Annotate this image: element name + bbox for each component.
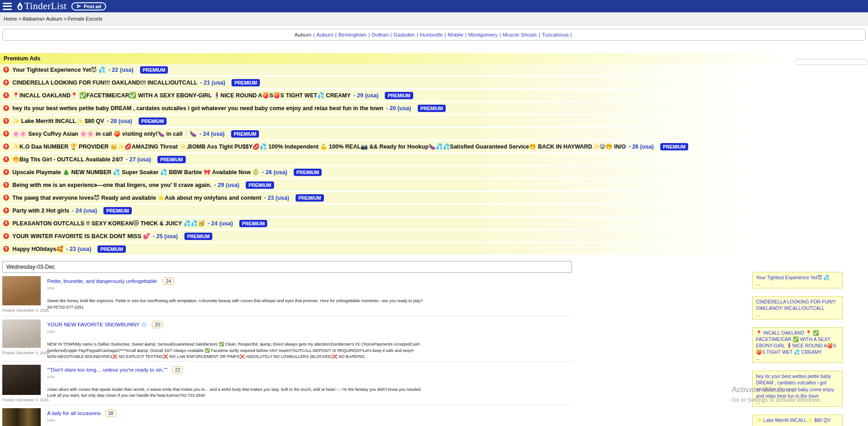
up-arrow-icon: ⬆ [3, 144, 9, 149]
breadcrumb-item[interactable]: Auburn > [46, 16, 67, 21]
listing-description: Sweet like honey, bold like espresso. Pe… [47, 298, 423, 304]
city-link[interactable]: Birmingham [339, 32, 367, 37]
listing-contact: SKYE702-577-2251 [47, 304, 423, 311]
premium-badge: PREMIUM [296, 194, 324, 202]
premium-ads-title: Premium Ads [0, 53, 868, 64]
listing-title-line: "“Don't stare too long… unless you're re… [47, 366, 425, 373]
post-ad-button[interactable]: Post ad [71, 2, 106, 11]
premium-ad-title[interactable]: Happy HOlidays🥰 [12, 245, 63, 252]
listing-photo[interactable] [2, 365, 41, 395]
listing-title-link[interactable]: "“Don't stare too long… unless you're re… [47, 367, 167, 373]
premium-ad-row[interactable]: ⬆ hey its your best wettes petite baby D… [0, 102, 868, 114]
listing-thumb-column: Posted: December 3, 2025 [2, 365, 42, 404]
sidebar-ad-card[interactable]: 📍 INCALL OAKLAND 📍 ✅ FACETIME/CAR ✅ WITH… [752, 327, 843, 363]
sidebar-ad-card[interactable]: Your Tightest Experience Yet😈 💦 ... [752, 272, 843, 288]
up-arrow-icon: ⬆ [3, 233, 9, 239]
sidebar-ad-title[interactable]: 📍 INCALL OAKLAND 📍 ✅ FACETIME/CAR ✅ WITH… [756, 330, 839, 356]
premium-ad-row[interactable]: ⬆ YOUR WINTER FAVORITE IS BACK DONT MISS… [0, 230, 868, 242]
city-link[interactable]: Muscle Shoals [502, 32, 537, 37]
premium-ad-title[interactable]: YOUR WINTER FAVORITE IS BACK DONT MISS 💕 [12, 233, 150, 240]
listing-title-link[interactable]: YOUR NEW FAVORITE SNOWBUNNY ❄️ [47, 321, 147, 328]
premium-ad-row[interactable]: ⬆ 🤭Big Tits Girl - OUTCALL Available 24/… [0, 154, 868, 165]
up-arrow-icon: ⬆ [3, 220, 9, 226]
premium-badge: PREMIUM [418, 105, 446, 112]
premium-ad-title[interactable]: Party with 2 Hot girls [12, 208, 69, 214]
age-badge: 24 [163, 277, 174, 285]
listing-description: Asian allure with curves that speak loud… [47, 387, 425, 399]
premium-ad-row[interactable]: ⬆ CINDERELLA LOOKING FOR FUN!!! OAKLAND!… [0, 77, 868, 88]
sidebar-ad-card[interactable]: ✨ Lake Merritt INCALL✨ $80 QV ... [752, 415, 843, 426]
premium-ad-row[interactable]: ⬆ 📍INCALL OAKLAND📍 ✅FACETIME/CAR✅ WITH A… [0, 90, 868, 101]
premium-ad-age: - 27 (usa) [126, 156, 151, 163]
listing-title-line: A lady for all occasions 38 [47, 410, 116, 417]
premium-ad-title[interactable]: 📍INCALL OAKLAND📍 ✅FACETIME/CAR✅ WITH A S… [12, 92, 350, 99]
premium-ad-title[interactable]: hey its your best wettes petite baby DRE… [12, 105, 383, 112]
listing-photo[interactable] [2, 320, 41, 348]
city-link[interactable]: Tuscaloosa [542, 32, 568, 37]
premium-ads-section: Premium Ads ⬆ Your Tightest Experience Y… [0, 53, 868, 255]
site-logo[interactable]: TinderList [16, 0, 67, 12]
city-link[interactable]: Gadsden [394, 32, 415, 37]
premium-ad-row[interactable]: ⬆ Being with me is an experience—one tha… [0, 179, 868, 191]
breadcrumb-item[interactable]: Female Escorts [68, 16, 102, 21]
premium-ad-title[interactable]: The pawg that everyone loves😈 Ready and … [12, 194, 261, 201]
sidebar-ad-more: ... [756, 423, 839, 426]
city-link[interactable]: Mobile [448, 32, 464, 37]
listing-row: Posted: December 3, 2025 A lady for all … [2, 405, 572, 426]
premium-ad-age: - 29 (usa) [214, 182, 239, 188]
premium-ad-row[interactable]: ⬆ Upscale Playmate 🎄 NEW NUMBER 💦 Super … [0, 166, 868, 178]
sidebar-ad-title[interactable]: Your Tightest Experience Yet😈 💦 [756, 274, 839, 281]
city-nav-entry: Montgomery| [468, 32, 502, 37]
posted-date: Posted: December 3, 2025 [2, 308, 42, 313]
listing-title-link[interactable]: A lady for all occasions [47, 410, 101, 416]
premium-ad-title[interactable]: Being with me is an experience—one that … [12, 182, 211, 188]
premium-ad-row[interactable]: ⬆ Happy HOlidays🥰 - 23 (usa) PREMIUM [0, 243, 868, 255]
city-link[interactable]: Montgomery [468, 32, 497, 37]
sidebar-ad-more: ... [756, 399, 839, 405]
sidebar-ad-card[interactable]: hey its your best wettes petite baby DRE… [752, 371, 843, 407]
menu-icon[interactable] [3, 3, 12, 10]
premium-ads-list: ⬆ Your Tightest Experience Yet😈 💦 - 22 (… [0, 64, 868, 255]
premium-badge: PREMIUM [660, 143, 689, 150]
premium-badge: PREMIUM [157, 156, 186, 163]
premium-ad-row[interactable]: ⬆ ✨K.O Daa NUMBER 🏆 PROVIDER 👑✨💋AMAZING … [0, 141, 868, 152]
city-link[interactable]: Huntsville [420, 32, 443, 37]
premium-ad-title[interactable]: CINDERELLA LOOKING FOR FUN!!! OAKLAND!!!… [12, 80, 197, 86]
listing-photo[interactable] [2, 276, 41, 305]
premium-ad-title[interactable]: ✨ Lake Merritt INCALL✨ $80 QV [12, 117, 104, 124]
sidebar-ad-title[interactable]: CINDERELLA LOOKING FOR FUN!!! OAKLAND!!!… [756, 298, 839, 311]
city-link[interactable]: Auburn [317, 32, 334, 37]
premium-ad-title[interactable]: 🌸🌸 Sexy CuRvy Asian 🌸🌸 in call 🍑 visitin… [12, 130, 197, 137]
premium-ad-title[interactable]: Your Tightest Experience Yet😈 💦 [12, 66, 106, 73]
empty-placeholder-box [794, 59, 868, 65]
premium-ad-age: - 26 (usa) [629, 144, 654, 150]
listing-country: USA [47, 286, 423, 290]
premium-ad-title[interactable]: ✨K.O Daa NUMBER 🏆 PROVIDER 👑✨💋AMAZING Th… [12, 143, 626, 150]
breadcrumb-item[interactable]: Alabama> [22, 16, 45, 21]
city-nav: Auburn|Auburn|Birmingham|Dothan|Gadsden|… [2, 29, 866, 41]
sidebar-ad-title[interactable]: ✨ Lake Merritt INCALL✨ $80 QV [756, 417, 839, 423]
premium-ad-row[interactable]: ⬆ PLEASANTON OUTCALLS !! SEXY KOREAN😻 TH… [0, 218, 868, 229]
premium-ad-row[interactable]: ⬆ The pawg that everyone loves😈 Ready an… [0, 192, 868, 203]
premium-ad-title[interactable]: 🤭Big Tits Girl - OUTCALL Available 24/7 [12, 156, 123, 163]
premium-ad-title[interactable]: Upscale Playmate 🎄 NEW NUMBER 💦 Super So… [12, 169, 259, 176]
listing-photo[interactable] [2, 408, 41, 426]
breadcrumb-item[interactable]: Home > [4, 16, 22, 21]
premium-ad-row[interactable]: ⬆ Your Tightest Experience Yet😈 💦 - 22 (… [0, 64, 868, 75]
city-link[interactable]: Auburn [294, 32, 311, 37]
premium-ad-row[interactable]: ⬆ Party with 2 Hot girls - 24 (usa) PREM… [0, 205, 868, 216]
listing-description: NEW IN TOWNMy name is Dallas !Seductive,… [47, 341, 425, 360]
flame-icon [16, 2, 23, 10]
listing-title-link[interactable]: Petite, brunette, and dangerously unforg… [47, 278, 158, 284]
sidebar-ad-card[interactable]: CINDERELLA LOOKING FOR FUN!!! OAKLAND!!!… [752, 296, 843, 319]
premium-ad-title[interactable]: PLEASANTON OUTCALLS !! SEXY KOREAN😻 THIC… [12, 220, 205, 227]
sidebar-ad-title[interactable]: hey its your best wettes petite baby DRE… [756, 373, 839, 399]
listing-country: USA [47, 375, 425, 379]
premium-ad-age: - 24 (usa) [208, 220, 233, 227]
city-link[interactable]: Dothan [372, 32, 388, 37]
premium-ad-row[interactable]: ⬆ ✨ Lake Merritt INCALL✨ $80 QV - 28 (us… [0, 115, 868, 127]
premium-ad-row[interactable]: ⬆ 🌸🌸 Sexy CuRvy Asian 🌸🌸 in call 🍑 visit… [0, 128, 868, 139]
premium-badge: PREMIUM [232, 79, 260, 86]
up-arrow-icon: ⬆ [3, 105, 9, 111]
listing-country: USA [47, 330, 425, 334]
